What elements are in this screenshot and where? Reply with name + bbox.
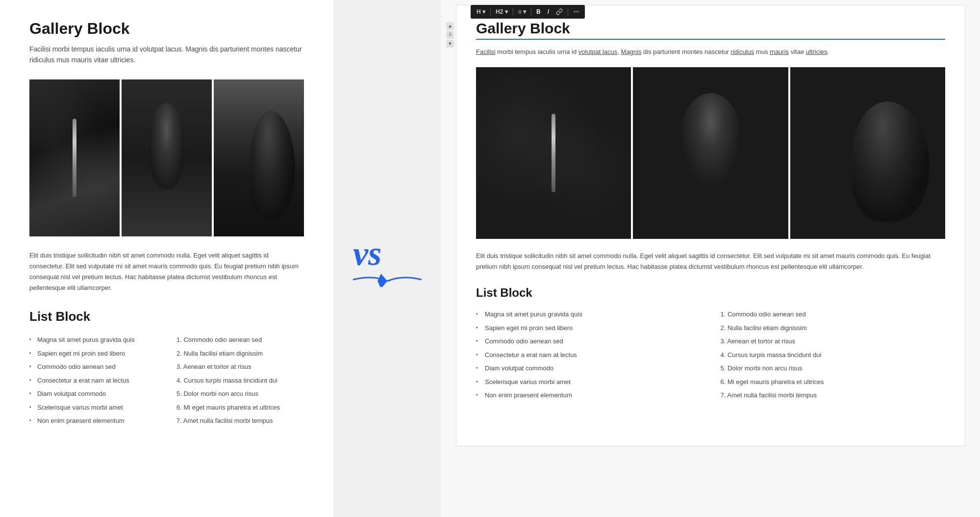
toolbar-divider-2 [513,8,513,16]
editor-toolbar: H ▾ H2 ▾ ≡ ▾ B I ⋯ [471,5,585,19]
left-gallery-img-3 [214,79,304,236]
left-gallery-img-1 [29,79,120,236]
list-item: 1. Commodo odio aenean sed [721,308,946,321]
bold-button[interactable]: B [533,7,544,17]
list-item: 6. Mi eget mauris pharetra et ultrices [721,375,946,389]
more-options-button[interactable]: ⋯ [570,7,582,17]
right-panel: H ▾ H2 ▾ ≡ ▾ B I ⋯ ▲ ⠿ ▼ Gallery Block F… [441,0,980,517]
align-button[interactable]: ≡ ▾ [515,7,529,17]
list-item: 3. Aenean et tortor at risus [721,335,946,348]
list-item: 7. Amet nulla facilisi morbi tempus [176,414,304,428]
right-title: Gallery Block [476,20,945,40]
left-list-container: Magna sit amet purus gravida quis Sapien… [29,333,304,428]
h2-button[interactable]: H2 ▾ [493,7,511,17]
italic-button[interactable]: I [545,7,552,17]
subtitle-link-ridiculus[interactable]: ridiculus [731,48,754,55]
link-button[interactable] [553,7,566,17]
right-list-container: Magna sit amet purus gravida quis Sapien… [476,308,945,402]
right-body-text: Elit duis tristique sollicitudin nibh si… [476,251,945,272]
left-bullet-list: Magna sit amet purus gravida quis Sapien… [29,333,157,428]
list-item: Consectetur a erat nam at lectus [476,348,701,362]
list-item: 5. Dolor morbi non arcu risus [721,362,946,375]
list-item: 2. Nulla facilisi etiam dignissim [176,347,304,361]
right-gallery-grid [476,67,945,239]
right-subtitle: Facilisi morbi tempus iaculis urna id vo… [476,47,945,57]
handle-grip-button[interactable]: ⠿ [446,31,454,39]
list-item: Magna sit amet purus gravida quis [29,333,157,347]
list-item: Sapien eget mi proin sed libero [29,347,157,361]
list-item: 4. Cursus turpis massa tincidunt dui [176,374,304,388]
handle-down-button[interactable]: ▼ [446,40,454,48]
vs-svg: vs [343,228,431,287]
list-item: Diam volutpat commodo [476,362,701,375]
list-item: Magna sit amet purus gravida quis [476,308,701,321]
left-gallery-grid [29,79,304,236]
right-bullet-list: Magna sit amet purus gravida quis Sapien… [476,308,701,402]
list-item: Scelerisque varius morbi amet [476,375,701,389]
list-item: 3. Aenean et tortor at risus [176,360,304,374]
list-item: 2. Nulla facilisi etiam dignissim [721,321,946,335]
subtitle-link-facilisi[interactable]: Facilisi [476,48,496,55]
list-item: Non enim praesent elementum [29,414,157,428]
list-item: 5. Dolor morbi non arcu risus [176,387,304,401]
subtitle-link-mauris[interactable]: mauris [770,48,789,55]
list-item: 7. Amet nulla facilisi morbi tempus [721,388,946,402]
right-gallery-img-1 [476,67,631,239]
left-numbered-list: 1. Commodo odio aenean sed 2. Nulla faci… [176,333,304,428]
list-item: 1. Commodo odio aenean sed [176,333,304,347]
list-item: Consectetur a erat nam at lectus [29,374,157,388]
toolbar-divider-1 [490,8,491,16]
list-item: 6. Mi eget mauris pharetra et ultrices [176,401,304,414]
center-vs-section: vs [333,0,441,517]
block-handle: ▲ ⠿ ▼ [446,22,454,48]
toolbar-divider-4 [568,8,568,16]
right-list-title: List Block [476,286,945,300]
list-item: 4. Cursus turpis massa tincidunt dui [721,348,946,362]
list-item: Commodo odio aenean sed [476,335,701,348]
list-item: Sapien eget mi proin sed libero [476,321,701,335]
toolbar-divider-3 [531,8,531,16]
right-numbered-list: 1. Commodo odio aenean sed 2. Nulla faci… [721,308,946,402]
list-item: Non enim praesent elementum [476,388,701,402]
right-gallery-img-3 [790,67,945,239]
subtitle-link-volutpat[interactable]: volutpat lacus [578,48,618,55]
list-item: Commodo odio aenean sed [29,360,157,374]
left-panel: Gallery Block Facilisi morbi tempus iacu… [0,0,333,517]
subtitle-link-magnis[interactable]: Magnis [621,48,642,55]
right-gallery-img-2 [633,67,788,239]
subtitle-link-ultricies[interactable]: ultricies [806,48,828,55]
left-title: Gallery Block [29,20,304,38]
left-list-title: List Block [29,309,304,324]
vs-graphic: vs [343,228,431,289]
editor-area: Gallery Block Facilisi morbi tempus iacu… [456,5,965,446]
left-body-text: Elit duis tristique sollicitudin nibh si… [29,250,304,293]
handle-up-button[interactable]: ▲ [446,22,454,30]
list-item: Scelerisque varius morbi amet [29,401,157,414]
left-gallery-img-2 [122,79,212,236]
left-subtitle: Facilisi morbi tempus iaculis urna id vo… [29,44,304,66]
list-item: Diam volutpat commodo [29,387,157,401]
svg-text:vs: vs [353,234,381,272]
heading-button[interactable]: H ▾ [474,7,488,17]
